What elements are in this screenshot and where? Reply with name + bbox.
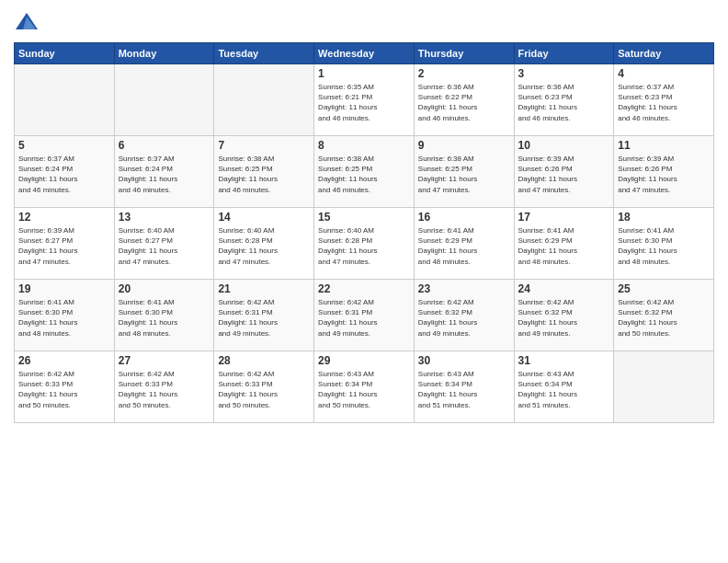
day-number: 31 xyxy=(518,354,610,367)
day-info: Sunrise: 6:42 AM Sunset: 6:33 PM Dayligh… xyxy=(218,369,310,410)
day-number: 16 xyxy=(418,211,510,224)
day-info: Sunrise: 6:42 AM Sunset: 6:33 PM Dayligh… xyxy=(18,369,110,410)
calendar-cell: 7Sunrise: 6:38 AM Sunset: 6:25 PM Daylig… xyxy=(214,136,314,208)
day-number: 9 xyxy=(418,139,510,152)
day-number: 18 xyxy=(618,211,710,224)
weekday-header-monday: Monday xyxy=(114,43,214,64)
calendar-cell xyxy=(114,64,214,136)
day-info: Sunrise: 6:41 AM Sunset: 6:30 PM Dayligh… xyxy=(18,297,110,339)
day-info: Sunrise: 6:43 AM Sunset: 6:34 PM Dayligh… xyxy=(418,369,510,410)
calendar-cell: 15Sunrise: 6:40 AM Sunset: 6:28 PM Dayli… xyxy=(314,208,415,280)
day-info: Sunrise: 6:39 AM Sunset: 6:27 PM Dayligh… xyxy=(18,225,110,267)
calendar-cell xyxy=(15,64,115,136)
day-number: 7 xyxy=(218,139,310,152)
day-info: Sunrise: 6:37 AM Sunset: 6:24 PM Dayligh… xyxy=(18,154,110,195)
calendar-cell: 1Sunrise: 6:35 AM Sunset: 6:21 PM Daylig… xyxy=(314,64,415,136)
day-number: 27 xyxy=(119,354,210,367)
day-number: 1 xyxy=(318,67,410,80)
day-info: Sunrise: 6:40 AM Sunset: 6:27 PM Dayligh… xyxy=(119,225,210,267)
day-number: 6 xyxy=(119,139,210,152)
calendar-cell: 22Sunrise: 6:42 AM Sunset: 6:31 PM Dayli… xyxy=(314,280,415,351)
weekday-header-wednesday: Wednesday xyxy=(314,43,415,64)
calendar-cell: 29Sunrise: 6:43 AM Sunset: 6:34 PM Dayli… xyxy=(314,351,415,423)
day-number: 24 xyxy=(518,282,610,295)
calendar-cell: 20Sunrise: 6:41 AM Sunset: 6:30 PM Dayli… xyxy=(114,280,214,351)
day-info: Sunrise: 6:38 AM Sunset: 6:25 PM Dayligh… xyxy=(218,154,310,195)
calendar-cell xyxy=(214,64,314,136)
weekday-header-sunday: Sunday xyxy=(15,43,115,64)
day-info: Sunrise: 6:42 AM Sunset: 6:33 PM Dayligh… xyxy=(119,369,210,410)
day-info: Sunrise: 6:38 AM Sunset: 6:25 PM Dayligh… xyxy=(418,154,510,195)
calendar-cell: 18Sunrise: 6:41 AM Sunset: 6:30 PM Dayli… xyxy=(614,208,714,280)
calendar-cell: 5Sunrise: 6:37 AM Sunset: 6:24 PM Daylig… xyxy=(15,136,115,208)
calendar-cell: 6Sunrise: 6:37 AM Sunset: 6:24 PM Daylig… xyxy=(114,136,214,208)
calendar-cell xyxy=(614,351,714,423)
calendar-cell: 23Sunrise: 6:42 AM Sunset: 6:32 PM Dayli… xyxy=(414,280,514,351)
day-number: 26 xyxy=(18,354,110,367)
calendar-cell: 25Sunrise: 6:42 AM Sunset: 6:32 PM Dayli… xyxy=(614,280,714,351)
day-number: 11 xyxy=(618,139,710,152)
calendar-cell: 19Sunrise: 6:41 AM Sunset: 6:30 PM Dayli… xyxy=(15,280,115,351)
day-info: Sunrise: 6:42 AM Sunset: 6:32 PM Dayligh… xyxy=(418,297,510,339)
day-number: 22 xyxy=(318,282,410,295)
day-info: Sunrise: 6:42 AM Sunset: 6:31 PM Dayligh… xyxy=(318,297,410,339)
day-info: Sunrise: 6:37 AM Sunset: 6:23 PM Dayligh… xyxy=(618,82,710,123)
page-header xyxy=(14,9,714,35)
day-info: Sunrise: 6:43 AM Sunset: 6:34 PM Dayligh… xyxy=(318,369,410,410)
day-number: 20 xyxy=(119,282,210,295)
day-number: 10 xyxy=(518,139,610,152)
day-info: Sunrise: 6:41 AM Sunset: 6:29 PM Dayligh… xyxy=(518,225,610,267)
day-number: 28 xyxy=(218,354,310,367)
calendar-cell: 16Sunrise: 6:41 AM Sunset: 6:29 PM Dayli… xyxy=(414,208,514,280)
logo-icon xyxy=(14,9,40,35)
day-number: 8 xyxy=(318,139,410,152)
day-number: 3 xyxy=(518,67,610,80)
day-number: 23 xyxy=(418,282,510,295)
day-number: 21 xyxy=(218,282,310,295)
day-number: 14 xyxy=(218,211,310,224)
day-info: Sunrise: 6:35 AM Sunset: 6:21 PM Dayligh… xyxy=(318,82,410,123)
week-row-2: 12Sunrise: 6:39 AM Sunset: 6:27 PM Dayli… xyxy=(15,208,714,280)
calendar: SundayMondayTuesdayWednesdayThursdayFrid… xyxy=(14,42,714,423)
day-info: Sunrise: 6:41 AM Sunset: 6:29 PM Dayligh… xyxy=(418,225,510,267)
week-row-0: 1Sunrise: 6:35 AM Sunset: 6:21 PM Daylig… xyxy=(15,64,714,136)
calendar-cell: 10Sunrise: 6:39 AM Sunset: 6:26 PM Dayli… xyxy=(514,136,614,208)
calendar-cell: 12Sunrise: 6:39 AM Sunset: 6:27 PM Dayli… xyxy=(15,208,115,280)
weekday-header-row: SundayMondayTuesdayWednesdayThursdayFrid… xyxy=(15,43,714,64)
day-number: 2 xyxy=(418,67,510,80)
day-number: 25 xyxy=(618,282,710,295)
day-info: Sunrise: 6:37 AM Sunset: 6:24 PM Dayligh… xyxy=(119,154,210,195)
calendar-cell: 24Sunrise: 6:42 AM Sunset: 6:32 PM Dayli… xyxy=(514,280,614,351)
day-info: Sunrise: 6:43 AM Sunset: 6:34 PM Dayligh… xyxy=(518,369,610,410)
day-info: Sunrise: 6:42 AM Sunset: 6:31 PM Dayligh… xyxy=(218,297,310,339)
calendar-cell: 3Sunrise: 6:36 AM Sunset: 6:23 PM Daylig… xyxy=(514,64,614,136)
logo xyxy=(14,9,43,35)
day-info: Sunrise: 6:42 AM Sunset: 6:32 PM Dayligh… xyxy=(518,297,610,339)
day-info: Sunrise: 6:38 AM Sunset: 6:25 PM Dayligh… xyxy=(318,154,410,195)
day-number: 12 xyxy=(18,211,110,224)
calendar-cell: 28Sunrise: 6:42 AM Sunset: 6:33 PM Dayli… xyxy=(214,351,314,423)
day-info: Sunrise: 6:40 AM Sunset: 6:28 PM Dayligh… xyxy=(318,225,410,267)
calendar-cell: 8Sunrise: 6:38 AM Sunset: 6:25 PM Daylig… xyxy=(314,136,415,208)
calendar-cell: 11Sunrise: 6:39 AM Sunset: 6:26 PM Dayli… xyxy=(614,136,714,208)
calendar-cell: 14Sunrise: 6:40 AM Sunset: 6:28 PM Dayli… xyxy=(214,208,314,280)
weekday-header-friday: Friday xyxy=(514,43,614,64)
week-row-1: 5Sunrise: 6:37 AM Sunset: 6:24 PM Daylig… xyxy=(15,136,714,208)
week-row-3: 19Sunrise: 6:41 AM Sunset: 6:30 PM Dayli… xyxy=(15,280,714,351)
calendar-cell: 27Sunrise: 6:42 AM Sunset: 6:33 PM Dayli… xyxy=(114,351,214,423)
day-info: Sunrise: 6:36 AM Sunset: 6:22 PM Dayligh… xyxy=(418,82,510,123)
day-info: Sunrise: 6:39 AM Sunset: 6:26 PM Dayligh… xyxy=(618,154,710,195)
day-info: Sunrise: 6:36 AM Sunset: 6:23 PM Dayligh… xyxy=(518,82,610,123)
weekday-header-saturday: Saturday xyxy=(614,43,714,64)
calendar-cell: 31Sunrise: 6:43 AM Sunset: 6:34 PM Dayli… xyxy=(514,351,614,423)
calendar-cell: 26Sunrise: 6:42 AM Sunset: 6:33 PM Dayli… xyxy=(15,351,115,423)
day-number: 15 xyxy=(318,211,410,224)
weekday-header-tuesday: Tuesday xyxy=(214,43,314,64)
day-info: Sunrise: 6:39 AM Sunset: 6:26 PM Dayligh… xyxy=(518,154,610,195)
day-number: 17 xyxy=(518,211,610,224)
calendar-cell: 2Sunrise: 6:36 AM Sunset: 6:22 PM Daylig… xyxy=(414,64,514,136)
day-number: 29 xyxy=(318,354,410,367)
week-row-4: 26Sunrise: 6:42 AM Sunset: 6:33 PM Dayli… xyxy=(15,351,714,423)
day-info: Sunrise: 6:41 AM Sunset: 6:30 PM Dayligh… xyxy=(119,297,210,339)
day-info: Sunrise: 6:40 AM Sunset: 6:28 PM Dayligh… xyxy=(218,225,310,267)
